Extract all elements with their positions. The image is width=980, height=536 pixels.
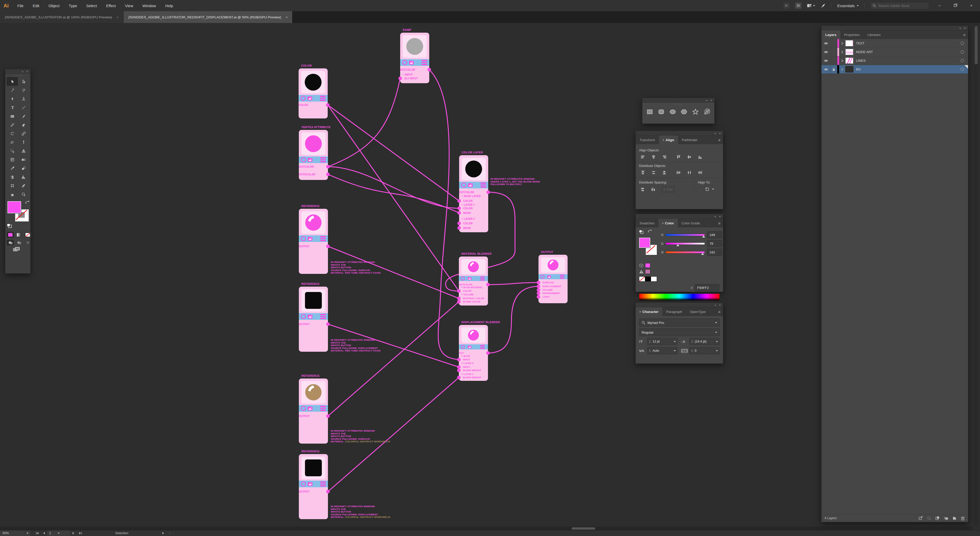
menu-type[interactable]: Type [68, 3, 77, 8]
slider-value-r[interactable]: 249 [707, 231, 722, 239]
align-h-center-button[interactable] [650, 154, 657, 160]
paintbrush-tool[interactable] [18, 112, 29, 121]
panel-menu-icon[interactable]: ≡ [718, 310, 723, 314]
blend-tool[interactable] [18, 164, 29, 173]
minimize-button[interactable]: ─ [935, 3, 945, 8]
tab-transform[interactable]: Transform [636, 135, 659, 144]
tab-layers[interactable]: Layers [821, 30, 840, 39]
close-panel-icon[interactable]: × [27, 70, 28, 73]
align-top-button[interactable] [675, 154, 682, 160]
collapse-panel-icon[interactable]: « [714, 304, 716, 306]
rectangle-icon[interactable] [646, 108, 653, 115]
annotation-text[interactable]: IN REDSHIFT ATTRIBUTES WINDOW:INPUTS TAB… [331, 261, 380, 274]
menu-object[interactable]: Object [48, 3, 59, 8]
tab-pathfinder[interactable]: Pathfinder [678, 135, 702, 144]
tab-color[interactable]: ◊Color [659, 219, 678, 227]
distribute-top-button[interactable] [639, 170, 647, 176]
pen-tool[interactable] [6, 94, 18, 103]
selection-tool[interactable] [6, 77, 18, 86]
node-ref4[interactable]: REFERENCEOUTPUT [299, 454, 328, 519]
previous-artboard-button[interactable] [41, 532, 47, 534]
layer-row-bg[interactable]: BG [821, 65, 968, 74]
default-fill-stroke-icon[interactable] [7, 224, 12, 228]
distribute-left-button[interactable] [675, 170, 682, 176]
curvature-tool[interactable] [18, 94, 29, 103]
tab-align[interactable]: ◊Align [659, 135, 678, 144]
layer-thumbnail[interactable] [845, 57, 853, 64]
polygon-icon[interactable] [681, 108, 687, 115]
stock-search-box[interactable] [870, 2, 929, 9]
rounded-rectangle-icon[interactable] [658, 108, 665, 115]
puppet-warp-tool[interactable] [18, 138, 29, 146]
tab-swatches[interactable]: Swatches [636, 219, 659, 227]
target-circle-icon[interactable] [961, 68, 964, 71]
expand-chevron-icon[interactable] [839, 42, 845, 45]
slider-value-g[interactable]: 79 [707, 240, 722, 247]
workspace-switcher[interactable]: Essentials [837, 3, 859, 8]
arrange-documents-button[interactable] [807, 3, 815, 8]
align-to-selection-button[interactable] [703, 186, 711, 192]
slider-thumb[interactable] [702, 235, 705, 238]
distribute-h-center-button[interactable] [686, 170, 693, 176]
line-segment-tool[interactable] [18, 103, 29, 112]
target-circle-icon[interactable] [961, 50, 964, 54]
font-size-stepper[interactable]: ▲▼ 12 pt [647, 338, 678, 345]
drag-handle[interactable]: ||||||||| [642, 103, 714, 105]
zoom-dropdown-button[interactable] [24, 530, 30, 536]
web-color-cube-icon[interactable] [639, 263, 644, 267]
collapse-panel-icon[interactable]: « [714, 132, 716, 135]
search-input[interactable] [878, 3, 920, 8]
close-button[interactable]: × [966, 3, 977, 8]
node-color[interactable]: COLORCOLOR [299, 68, 328, 118]
hand-tool[interactable] [6, 190, 18, 199]
swap-fill-stroke-icon[interactable] [648, 229, 652, 233]
tab-libraries[interactable]: Libraries [864, 30, 885, 39]
layer-row-lines[interactable]: LINES [821, 56, 968, 65]
distribute-v-center-button[interactable] [650, 170, 657, 176]
symbol-sprayer-tool[interactable] [6, 173, 18, 181]
layer-row-text[interactable]: TEXT [821, 39, 968, 48]
close-panel-icon[interactable]: × [719, 304, 721, 306]
annotation-text[interactable]: IN REDSHIFT ATTRIBUTES WINDOW:INPUTS TAB… [331, 339, 380, 352]
bridge-badge-icon[interactable]: Br [783, 3, 790, 9]
last-artboard-button[interactable] [77, 532, 83, 534]
expand-chevron-icon[interactable] [839, 51, 845, 54]
annotation-text[interactable]: IN REDSHIFT ATTRIBUTES WINDOW:UNDER LAYE… [490, 178, 540, 186]
zoom-level-field[interactable]: 50% [0, 530, 24, 536]
chevron-down-icon[interactable] [674, 350, 676, 352]
node-ref1[interactable]: REFERENCEOUTPUT [299, 209, 328, 274]
slider-thumb[interactable] [676, 244, 679, 246]
chevron-down-icon[interactable] [715, 332, 717, 333]
slider-track-g[interactable] [666, 243, 705, 245]
rectangle-tool[interactable] [6, 112, 18, 121]
fill-swatch[interactable] [7, 201, 21, 213]
status-collapse-icon[interactable]: ‹ [169, 531, 170, 535]
align-left-button[interactable] [639, 154, 647, 160]
locate-object-icon[interactable] [927, 516, 931, 520]
target-circle-icon[interactable] [961, 59, 964, 62]
panel-menu-icon[interactable]: ≡ [963, 33, 968, 37]
lock-cell[interactable] [830, 48, 837, 56]
zoom-tool[interactable] [18, 190, 29, 199]
mesh-tool[interactable] [6, 155, 18, 164]
white-swatch[interactable] [651, 277, 657, 282]
node-ref2[interactable]: REFERENCEOUTPUT [299, 286, 328, 352]
visibility-eye-icon[interactable] [821, 65, 830, 73]
align-right-button[interactable] [660, 154, 668, 160]
collect-for-export-icon[interactable] [918, 516, 923, 520]
node-ramp[interactable]: RAMPOUTCOLOR▼ INPUTALT INPUT [400, 33, 429, 83]
node-dispblend[interactable]: DISPLACEMENT BLENDEROUT▼ BASEINPUT▼ LAYE… [459, 325, 488, 381]
lock-cell[interactable] [830, 39, 837, 48]
gamut-swatch[interactable] [645, 269, 650, 274]
kerning-stepper[interactable]: ▲▼ Auto [647, 347, 678, 354]
menu-view[interactable]: View [125, 3, 133, 8]
layer-row-node-art[interactable]: NODE ART [821, 48, 968, 56]
close-panel-icon[interactable]: × [719, 132, 721, 135]
node-output[interactable]: OUTPUTSURFACEDISPLACEMENTVOLUMEENVIRONME… [538, 255, 568, 303]
hex-input[interactable]: F94FF2 [695, 284, 719, 291]
annotation-text[interactable]: IN REDSHIFT ATTRIBUTES WINDOW:INPUTS TAB… [331, 429, 390, 443]
share-icon[interactable] [821, 3, 826, 8]
close-panel-icon[interactable]: × [719, 215, 721, 218]
draw-inside-button[interactable] [24, 240, 31, 245]
gamut-warning-icon[interactable] [639, 270, 644, 274]
